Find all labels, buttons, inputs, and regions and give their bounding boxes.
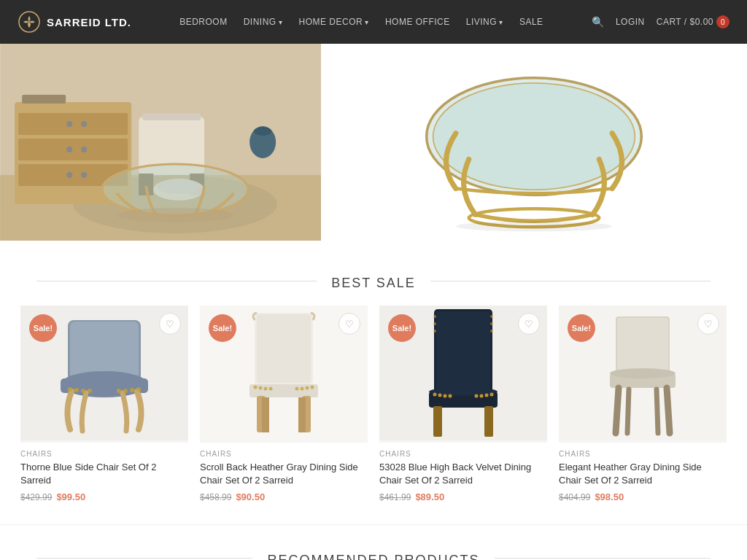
svg-rect-62 [484,406,493,437]
sale-badge-4: Sale! [568,314,595,342]
nav-dining[interactable]: DINING [244,17,283,27]
nav-sale[interactable]: SALE [519,17,543,27]
svg-point-75 [490,322,493,325]
site-header: SARREID LTD. BEDROOM DINING HOME DECOR H… [0,0,747,44]
svg-rect-58 [436,311,490,390]
svg-point-64 [438,394,442,397]
price-sale-2: $90.50 [236,491,265,502]
wishlist-button-2[interactable]: ♡ [338,313,360,335]
sale-badge-2: Sale! [209,314,236,342]
best-sale-grid: Sale! ♡ [0,306,747,524]
svg-rect-18 [22,95,66,104]
svg-rect-61 [433,406,442,437]
header-actions: 🔍 LOGIN CART / $0.00 0 [592,15,729,28]
svg-point-41 [136,387,141,392]
svg-point-8 [66,121,72,127]
nav-bedroom[interactable]: BEDROOM [179,17,228,27]
product-name-2: Scroll Back Heather Gray Dining Side Cha… [200,461,368,487]
logo-text: SARREID LTD. [47,16,131,28]
product-card-2[interactable]: Sale! ♡ [194,306,374,502]
product-card-1[interactable]: Sale! ♡ [15,306,194,502]
svg-point-20 [254,127,271,136]
svg-rect-5 [18,113,128,135]
svg-rect-47 [262,397,269,432]
price-sale-3: $89.50 [415,491,444,502]
price-original-2: $458.99 [200,492,231,502]
svg-point-73 [433,330,436,332]
svg-line-84 [657,389,658,433]
svg-rect-31 [70,322,139,378]
svg-point-13 [81,172,87,178]
svg-point-37 [88,389,92,393]
logo[interactable]: SARREID LTD. [18,10,131,34]
svg-point-66 [449,394,452,398]
svg-line-81 [616,388,619,433]
svg-point-29 [456,221,612,231]
product-solo-image[interactable] [321,44,747,255]
svg-line-82 [667,388,670,433]
svg-rect-43 [257,314,311,383]
best-sale-title: BEST SALE [0,255,747,306]
svg-point-39 [123,389,128,393]
product-card-4[interactable]: Sale! ♡ CHAIRS Elegant Heather Gray Dini… [553,306,732,502]
svg-point-49 [254,386,258,389]
svg-point-72 [433,322,436,325]
svg-line-83 [627,389,629,433]
svg-point-55 [306,386,309,390]
svg-point-10 [66,147,72,152]
svg-point-54 [301,387,304,391]
product-name-3: 53028 Blue High Back Velvet Dining Chair… [379,461,547,487]
search-button[interactable]: 🔍 [592,16,604,28]
wishlist-button-3[interactable]: ♡ [518,313,540,335]
svg-point-34 [68,387,72,392]
svg-point-65 [444,394,447,398]
svg-point-70 [490,393,494,397]
svg-point-24 [117,208,233,222]
svg-point-12 [66,172,72,178]
cart-label: CART / $0.00 [657,17,713,27]
svg-point-38 [117,389,121,393]
svg-point-76 [490,330,493,332]
login-link[interactable]: LOGIN [616,17,645,27]
product-image-wrap-1: Sale! ♡ [20,306,188,443]
nav-home-office[interactable]: HOME OFFICE [385,17,450,27]
nav-home-decor[interactable]: HOME DECOR [298,17,368,27]
product-category-4: CHAIRS [559,450,727,458]
svg-point-23 [102,164,248,215]
svg-point-63 [433,393,437,397]
price-original-1: $429.99 [20,492,52,502]
svg-rect-6 [18,139,128,160]
product-pricing-1: $429.99 $99.50 [20,491,188,502]
svg-point-69 [485,394,489,397]
nav-living[interactable]: LIVING [466,17,503,27]
svg-rect-48 [298,397,306,432]
product-pricing-3: $461.99 $89.50 [379,491,547,502]
hero-section [0,44,747,255]
cart-count: 0 [716,15,729,28]
room-scene-svg [0,44,321,241]
cart-button[interactable]: CART / $0.00 0 [657,15,729,28]
svg-point-11 [81,147,87,152]
sale-badge-3: Sale! [388,314,416,342]
product-card-3[interactable]: Sale! ♡ [374,306,553,502]
svg-point-50 [259,386,263,390]
svg-point-51 [264,387,268,391]
wishlist-button-1[interactable]: ♡ [159,313,181,335]
svg-point-67 [475,394,479,398]
product-pricing-4: $404.99 $98.50 [559,491,727,502]
svg-point-36 [81,389,85,393]
coffee-table-svg [395,58,673,241]
product-category-1: CHAIRS [20,450,188,458]
product-image-wrap-2: Sale! ♡ [200,306,368,443]
product-name-1: Thorne Blue Side Chair Set Of 2 Sarreid [20,461,188,487]
svg-point-56 [311,386,314,389]
price-sale-1: $99.50 [56,491,85,502]
wishlist-button-4[interactable]: ♡ [697,313,719,335]
product-category-3: CHAIRS [379,450,547,458]
svg-point-9 [81,121,87,127]
svg-point-40 [130,388,134,392]
product-room-image[interactable] [0,44,321,255]
product-category-2: CHAIRS [200,450,368,458]
svg-point-68 [480,394,484,398]
svg-point-52 [269,387,273,391]
